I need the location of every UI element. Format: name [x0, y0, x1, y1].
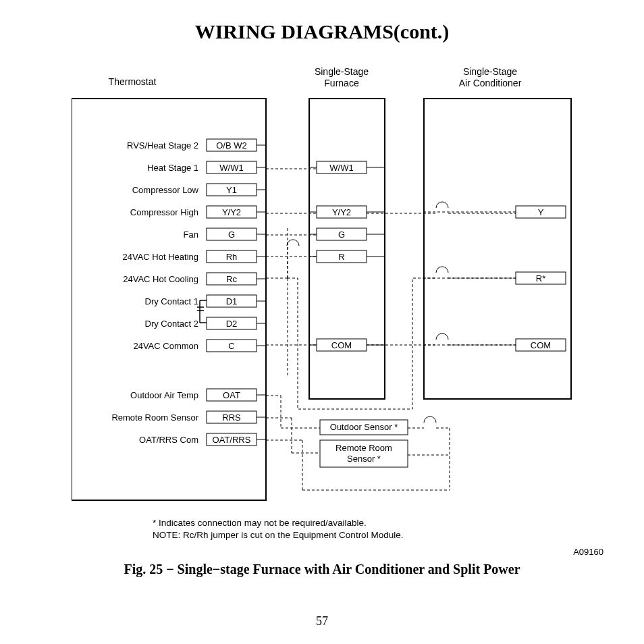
- drawing-code: A09160: [573, 547, 603, 557]
- thermostat-label: 24VAC Common: [133, 341, 198, 351]
- thermostat-terminal-text: C: [228, 341, 234, 351]
- remote-sensor-label-2: Sensor *: [347, 454, 381, 464]
- thermostat-terminal-text: W/W1: [219, 163, 243, 173]
- wiring-diagram: Thermostat Single-Stage Furnace Single-S…: [72, 58, 585, 510]
- header-furnace-l2: Furnace: [324, 78, 359, 88]
- outdoor-sensor-label: Outdoor Sensor *: [330, 422, 398, 432]
- thermostat-terminal-text: Rc: [226, 274, 237, 284]
- page-title: WIRING DIAGRAMS(cont.): [0, 20, 644, 43]
- remote-sensor-label-1: Remote Room: [336, 443, 392, 453]
- figure-caption: Fig. 25 − Single−stage Furnace with Air …: [0, 562, 644, 577]
- thermostat-terminal-text: G: [228, 230, 235, 240]
- thermostat-label: 24VAC Hot Cooling: [123, 274, 198, 284]
- thermostat-label: Dry Contact 2: [145, 319, 198, 329]
- furnace-terminals: W/W1Y/Y2GRCOM: [309, 161, 385, 351]
- header-ac-l2: Air Conditioner: [459, 78, 522, 88]
- ac-terminal-text: Y: [538, 207, 544, 217]
- thermostat-terminal-text: Rh: [226, 252, 238, 262]
- sensor-terminal-text: OAT: [223, 390, 240, 400]
- furnace-terminal-text: COM: [331, 340, 352, 350]
- ac-terminal-text: R*: [536, 273, 545, 284]
- thermostat-label: 24VAC Hot Heating: [123, 252, 199, 262]
- sensor-rows: Outdoor Air TempOATRemote Room SensorRRS…: [111, 389, 266, 446]
- sensor-label: Outdoor Air Temp: [130, 390, 198, 400]
- thermostat-label: Compressor High: [130, 207, 198, 217]
- ac-terminal-text: COM: [531, 340, 551, 350]
- furnace-block: [309, 99, 385, 399]
- thermostat-terminal-text: O/B W2: [216, 140, 247, 151]
- thermostat-label: Heat Stage 1: [147, 163, 198, 173]
- ac-block: [424, 99, 571, 399]
- ac-terminals: YR*COM: [424, 206, 566, 351]
- thermostat-rows: RVS/Heat Stage 2O/B W2Heat Stage 1W/W1Co…: [123, 139, 267, 352]
- sensor-terminal-text: OAT/RRS: [213, 435, 251, 445]
- furnace-terminal-text: Y/Y2: [332, 207, 351, 217]
- thermostat-label: Fan: [184, 230, 198, 240]
- d1-d2-jumper: [197, 300, 207, 323]
- thermostat-label: Compressor Low: [132, 185, 199, 195]
- header-thermostat: Thermostat: [109, 76, 157, 87]
- furnace-terminal-text: W/W1: [329, 163, 353, 173]
- sensor-label: OAT/RRS Com: [139, 435, 198, 445]
- furnace-terminal-text: G: [338, 230, 345, 240]
- outdoor-sensor-box: Outdoor Sensor *: [320, 420, 408, 435]
- header-furnace-l1: Single-Stage: [315, 66, 369, 77]
- thermostat-terminal-text: D2: [226, 319, 238, 329]
- thermostat-terminal-text: D1: [226, 296, 238, 306]
- page-number: 57: [0, 614, 644, 628]
- footnote-note: NOTE: Rc/Rh jumper is cut on the Equipme…: [153, 529, 403, 541]
- remote-sensor-box: Remote Room Sensor *: [320, 440, 408, 467]
- thermostat-terminal-text: Y/Y2: [222, 207, 241, 217]
- sensor-label: Remote Room Sensor: [111, 412, 198, 423]
- thermostat-terminal-text: Y1: [226, 185, 237, 195]
- header-ac-l1: Single-Stage: [463, 66, 517, 77]
- sensor-terminal-text: RRS: [222, 412, 241, 423]
- thermostat-label: Dry Contact 1: [145, 296, 198, 306]
- footnotes: * Indicates connection may not be requir…: [153, 517, 403, 541]
- footnote-asterisk: * Indicates connection may not be requir…: [153, 517, 403, 529]
- furnace-terminal-text: R: [338, 252, 344, 262]
- thermostat-label: RVS/Heat Stage 2: [127, 140, 198, 151]
